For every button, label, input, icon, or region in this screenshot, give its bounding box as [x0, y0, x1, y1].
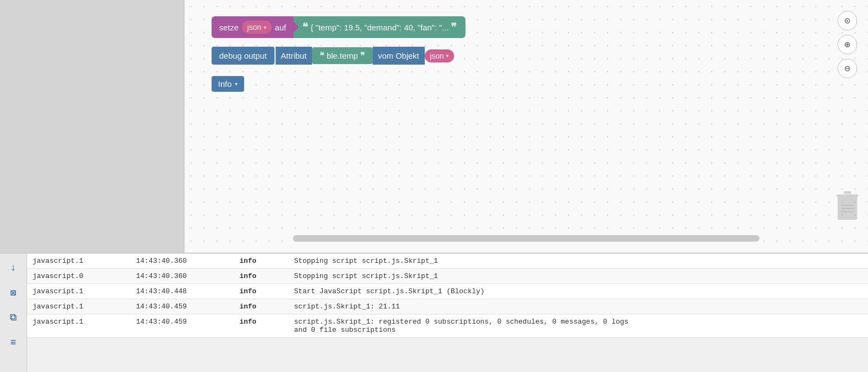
log-source: javascript.1: [27, 254, 131, 269]
left-sidebar: [0, 0, 184, 253]
close-quote-2: ❞: [360, 51, 365, 61]
log-panel: ↓ ⊠ ⧉ ≡ javascript.114:43:40.360infoStop…: [0, 253, 868, 372]
trash-line-3: [841, 211, 854, 212]
block-row-2: debug output Attribut ❝ ble.temp ❞ vom O…: [212, 47, 454, 65]
open-quote-2: ❝: [320, 51, 324, 61]
json-dropdown-arrow-2: ▾: [446, 53, 449, 59]
log-message: Start JavaScript script.js.Skript_1 (Blo…: [289, 284, 868, 299]
trash-handle: [844, 191, 851, 194]
trash-line-2: [841, 208, 854, 209]
download-icon: ↓: [10, 262, 16, 273]
json-var-2[interactable]: json ▾: [425, 49, 455, 62]
log-row: javascript.014:43:40.360infoStopping scr…: [27, 269, 868, 284]
log-level: info: [234, 299, 289, 314]
log-message: script.js.Skript_1: 21.11: [289, 299, 868, 314]
log-row: javascript.114:43:40.459infoscript.js.Sk…: [27, 299, 868, 314]
close-quote-1: ❞: [451, 21, 457, 34]
log-message: Stopping script script.js.Skript_1: [289, 254, 868, 269]
list-icon: ≡: [10, 337, 16, 348]
vom-objekt-label: vom Objekt: [378, 51, 419, 60]
log-source: javascript.1: [27, 314, 131, 338]
log-time: 14:43:40.360: [131, 254, 234, 269]
log-entries-table: javascript.114:43:40.360infoStopping scr…: [27, 254, 868, 338]
block-vom-objekt[interactable]: vom Objekt: [373, 47, 425, 65]
json-dropdown-arrow-1: ▾: [264, 24, 266, 30]
log-time: 14:43:40.459: [131, 314, 234, 338]
debug-label: debug output: [219, 51, 267, 60]
zoom-in-icon: ⊕: [845, 39, 851, 51]
log-source: javascript.1: [27, 299, 131, 314]
auf-label: auf: [275, 23, 286, 32]
copy-icon: ⧉: [10, 312, 17, 323]
log-row: javascript.114:43:40.448infoStart JavaSc…: [27, 284, 868, 299]
block-attribut[interactable]: Attribut: [276, 47, 312, 65]
canvas-area: setze json ▾ auf ❝ { "temp": 19.5, "dema…: [0, 0, 868, 253]
block-info[interactable]: Info ▾: [212, 76, 244, 92]
zoom-out-icon: ⊖: [845, 62, 851, 74]
zoom-in-button[interactable]: ⊕: [838, 35, 857, 54]
log-row: javascript.114:43:40.360infoStopping scr…: [27, 254, 868, 269]
trash-icon[interactable]: [834, 191, 860, 220]
attribut-label: Attribut: [281, 51, 307, 60]
block-ble-temp[interactable]: ❝ ble.temp ❞: [312, 47, 373, 64]
setze-label: setze: [219, 23, 239, 32]
log-time: 14:43:40.448: [131, 284, 234, 299]
copy-button[interactable]: ⧉: [5, 309, 22, 326]
block-row-3: Info ▾: [212, 76, 244, 92]
canvas-scrollbar[interactable]: [293, 235, 760, 242]
log-level: info: [234, 284, 289, 299]
right-toolbar: ⊙ ⊕ ⊖: [838, 11, 857, 78]
block-row-1: setze json ▾ auf ❝ { "temp": 19.5, "dema…: [212, 16, 465, 38]
block-setze[interactable]: setze json ▾ auf: [212, 16, 293, 38]
log-level: info: [234, 269, 289, 284]
block-debug[interactable]: debug output: [212, 47, 275, 65]
ble-temp-text: ble.temp: [327, 51, 358, 60]
trash-line-1: [841, 205, 854, 206]
info-dropdown-arrow: ▾: [235, 81, 238, 87]
list-button[interactable]: ≡: [5, 334, 22, 351]
trash-lid: [837, 194, 858, 197]
trash-body: [838, 197, 857, 220]
crosshair-icon: ⊙: [845, 15, 851, 27]
log-source: javascript.0: [27, 269, 131, 284]
block-string-value[interactable]: ❝ { "temp": 19.5, "demand": 40, "fan": "…: [293, 16, 465, 38]
log-sidebar: ↓ ⊠ ⧉ ≡: [0, 254, 27, 372]
zoom-out-button[interactable]: ⊖: [838, 59, 857, 78]
blockly-canvas[interactable]: setze json ▾ auf ❝ { "temp": 19.5, "dema…: [184, 0, 868, 253]
clear-icon: ⊠: [10, 287, 16, 299]
log-row: javascript.114:43:40.459infoscript.js.Sk…: [27, 314, 868, 338]
log-time: 14:43:40.360: [131, 269, 234, 284]
download-button[interactable]: ↓: [5, 259, 22, 276]
log-level: info: [234, 254, 289, 269]
log-message: script.js.Skript_1: registered 0 subscri…: [289, 314, 868, 338]
json-value-text: { "temp": 19.5, "demand": 40, "fan": "..…: [310, 23, 449, 32]
json-var-1[interactable]: json ▾: [242, 21, 272, 34]
info-label: Info: [218, 79, 232, 89]
log-message: Stopping script script.js.Skript_1: [289, 269, 868, 284]
log-table[interactable]: javascript.114:43:40.360infoStopping scr…: [27, 254, 868, 372]
clear-button[interactable]: ⊠: [5, 284, 22, 301]
log-time: 14:43:40.459: [131, 299, 234, 314]
log-level: info: [234, 314, 289, 338]
log-source: javascript.1: [27, 284, 131, 299]
open-quote-1: ❝: [302, 21, 308, 34]
crosshair-button[interactable]: ⊙: [838, 11, 857, 30]
